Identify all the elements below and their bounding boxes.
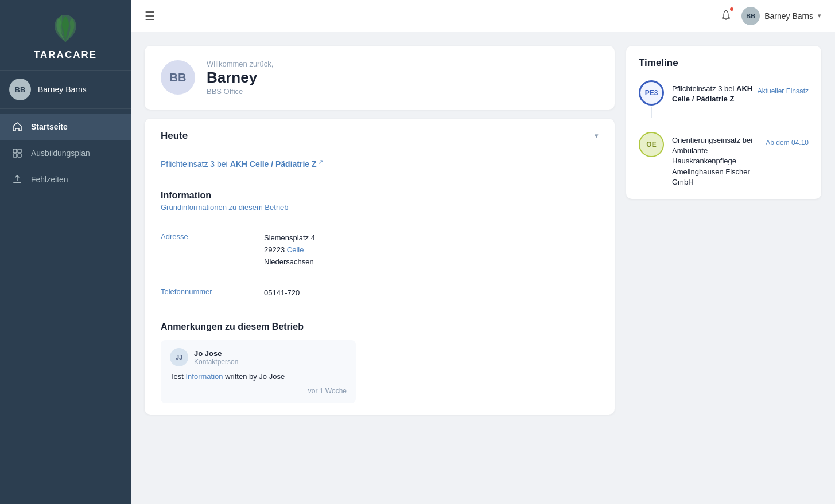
address-line2: 29223 [264, 245, 287, 254]
timeline-status-oe: Ab dem 04.10 [757, 135, 809, 147]
comment-name: Jo Jose [194, 349, 238, 358]
welcome-card: BB Willkommen zurück, Barney BBS Office [145, 46, 615, 110]
pflichteinsatz-prefix: Pflichteinsatz 3 bei [161, 159, 230, 169]
notification-badge [729, 6, 735, 12]
sidebar-item-fehlzeiten-label: Fehlzeiten [31, 175, 68, 184]
pflichteinsatz-row: Pflichteinsatz 3 bei AKH Celle / Pädiatr… [161, 158, 599, 170]
topbar-username: Barney Barns [764, 11, 813, 21]
pflichteinsatz-bold: AKH Celle / Pädiatrie Z [230, 159, 317, 169]
heute-chevron-icon[interactable]: ▾ [595, 131, 599, 140]
svg-rect-2 [13, 154, 17, 157]
timeline-badge-col-oe: OE [639, 132, 664, 187]
timeline-items: PE3 Pflichteinsatz 3 bei AKH Celle / Päd… [639, 80, 809, 187]
heute-header: Heute ▾ [161, 130, 599, 149]
welcome-greeting: Willkommen zurück, [207, 60, 273, 68]
sidebar-username: Barney Barns [38, 85, 87, 94]
grid-icon [11, 147, 23, 159]
comment-card: JJ Jo Jose Kontaktperson Test Informatio… [161, 340, 356, 403]
sidebar-item-ausbildungsplan-label: Ausbildungsplan [31, 149, 90, 158]
address-line3: Niedersachsen [264, 257, 314, 266]
timeline-card: Timeline PE3 Pflic [626, 46, 821, 199]
welcome-avatar: BB [161, 60, 195, 95]
topbar-chevron-icon: ▾ [818, 12, 821, 19]
address-row: Adresse Siemensplatz 4 29223 Celle Niede… [161, 223, 599, 278]
info-title: Information [161, 190, 599, 201]
topbar-avatar: BB [741, 7, 760, 25]
anmerkungen-section: Anmerkungen zu diesem Betrieb JJ Jo Jose… [161, 322, 599, 403]
timeline-badge-col-pe3: PE3 [639, 80, 664, 118]
address-label: Adresse [161, 232, 253, 268]
timeline-content-pe3: Pflichteinsatz 3 bei AKH Celle / Pädiatr… [672, 80, 809, 118]
pflichteinsatz-link[interactable]: Pflichteinsatz 3 bei AKH Celle / Pädiatr… [161, 159, 323, 169]
topbar-left: ☰ [145, 9, 155, 23]
taracare-logo-icon [47, 10, 84, 47]
comment-role: Kontaktperson [194, 358, 238, 366]
comment-link[interactable]: Information [185, 372, 223, 381]
heute-card: Heute ▾ Pflichteinsatz 3 bei AKH Celle /… [145, 119, 615, 415]
sidebar-avatar: BB [9, 79, 31, 100]
sidebar-nav: Startseite Ausbildungsplan Fehlzeiten [0, 114, 131, 193]
sidebar-item-startseite[interactable]: Startseite [0, 114, 131, 140]
timeline-status-pe3: Aktueller Einsatz [757, 84, 809, 95]
welcome-text: Willkommen zurück, Barney BBS Office [207, 60, 273, 96]
comment-author-info: Jo Jose Kontaktperson [194, 349, 238, 366]
sidebar-item-ausbildungsplan[interactable]: Ausbildungsplan [0, 140, 131, 166]
anmerkungen-title: Anmerkungen zu diesem Betrieb [161, 322, 599, 332]
phone-row: Telefonnummer 05141-720 [161, 278, 599, 308]
comment-avatar: JJ [170, 348, 188, 366]
right-column: Timeline PE3 Pflic [626, 46, 821, 490]
upload-icon [11, 174, 23, 185]
timeline-item-oe: OE Orientierungseinsatz bei Ambulante Ha… [639, 132, 809, 187]
phone-label: Telefonnummer [161, 287, 253, 299]
welcome-office: BBS Office [207, 87, 273, 96]
main-wrapper: ☰ BB Barney Barns ▾ BB [131, 0, 835, 504]
logo-text: TaraCare [34, 49, 97, 61]
timeline-item-pe3: PE3 Pflichteinsatz 3 bei AKH Celle / Päd… [639, 80, 809, 132]
comment-text: Test Information written by Jo Jose [170, 371, 347, 382]
timeline-connector-1 [651, 107, 652, 118]
welcome-name: Barney [207, 69, 273, 86]
hamburger-icon[interactable]: ☰ [145, 9, 155, 23]
external-link-icon: ↗ [318, 158, 323, 165]
sidebar-item-startseite-label: Startseite [31, 122, 68, 131]
content-area: BB Willkommen zurück, Barney BBS Office … [131, 32, 835, 504]
home-icon [11, 121, 23, 132]
address-value: Siemensplatz 4 29223 Celle Niedersachsen [264, 232, 315, 268]
topbar-right: BB Barney Barns ▾ [720, 7, 821, 25]
topbar: ☰ BB Barney Barns ▾ [131, 0, 835, 32]
svg-rect-4 [13, 182, 21, 183]
sidebar-item-fehlzeiten[interactable]: Fehlzeiten [0, 166, 131, 193]
svg-rect-1 [18, 149, 21, 153]
timeline-text-pe3: Pflichteinsatz 3 bei AKH Celle / Pädiatr… [672, 84, 757, 104]
timeline-content-oe: Orientierungseinsatz bei Ambulante Hausk… [672, 132, 809, 187]
information-section: Information Grundinformationen zu diesem… [161, 181, 599, 308]
phone-value: 05141-720 [264, 287, 300, 299]
heute-title: Heute [161, 130, 188, 142]
svg-rect-0 [13, 149, 17, 153]
comment-time: vor 1 Woche [170, 387, 347, 395]
timeline-badge-oe: OE [639, 132, 664, 157]
sidebar: TaraCare BB Barney Barns Startseite Ausb… [0, 0, 131, 504]
sidebar-user[interactable]: BB Barney Barns [0, 71, 131, 109]
main-column: BB Willkommen zurück, Barney BBS Office … [145, 46, 615, 490]
timeline-title: Timeline [639, 57, 809, 69]
timeline-badge-pe3: PE3 [639, 80, 664, 106]
timeline-text-oe: Orientierungseinsatz bei Ambulante Hausk… [672, 135, 757, 187]
address-city-link[interactable]: Celle [287, 245, 304, 254]
address-line1: Siemensplatz 4 [264, 233, 315, 242]
comment-header: JJ Jo Jose Kontaktperson [170, 348, 347, 366]
sidebar-logo: TaraCare [0, 0, 131, 71]
notification-bell[interactable] [720, 9, 732, 24]
svg-rect-3 [18, 154, 21, 157]
info-subtitle: Grundinformationen zu diesem Betrieb [161, 203, 599, 212]
topbar-user[interactable]: BB Barney Barns ▾ [741, 7, 821, 25]
